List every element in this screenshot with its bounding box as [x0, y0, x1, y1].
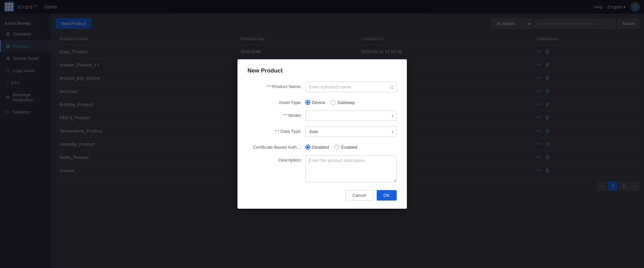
cancel-button[interactable]: Cancel: [345, 190, 373, 201]
asset-type-control: Device Gateway: [305, 98, 397, 105]
asset-type-row: Asset Type: Device Gateway: [248, 98, 397, 105]
cert-enabled-option[interactable]: Enabled: [334, 145, 357, 150]
model-control: ▾: [305, 110, 397, 121]
device-radio[interactable]: [305, 100, 310, 105]
modal-title: New Product: [248, 67, 397, 74]
cert-disabled-option[interactable]: Disabled: [305, 145, 329, 150]
product-name-label: ** Product Name:: [248, 82, 305, 89]
cert-auth-row: Certificate-Based Auth...: Disabled Enab…: [248, 142, 397, 150]
description-control: [305, 155, 397, 183]
description-label: Description:: [248, 155, 305, 163]
device-label: Device: [312, 100, 326, 105]
data-type-select[interactable]: Json: [305, 126, 397, 137]
required-star: *: [275, 129, 277, 134]
modal-footer: Cancel OK: [248, 190, 397, 201]
cert-disabled-radio[interactable]: [305, 145, 310, 150]
description-textarea[interactable]: [305, 155, 397, 182]
product-name-input[interactable]: [305, 82, 397, 92]
cert-auth-control: Disabled Enabled: [305, 142, 397, 150]
cert-disabled-label: Disabled: [312, 145, 329, 150]
required-star: *: [267, 84, 269, 89]
asset-type-gateway-option[interactable]: Gateway: [331, 100, 355, 105]
product-name-row: ** Product Name: ⊡: [248, 82, 397, 92]
data-type-label: ** Data Type:: [248, 126, 305, 134]
gateway-label: Gateway: [337, 100, 355, 105]
data-type-control: Json ▾: [305, 126, 397, 137]
cert-enabled-radio[interactable]: [334, 145, 339, 150]
cert-enabled-label: Enabled: [341, 145, 357, 150]
model-select[interactable]: [305, 110, 397, 121]
cert-auth-label: Certificate-Based Auth...:: [248, 142, 305, 150]
modal-overlay: New Product ** Product Name: ⊡ Asset Typ…: [0, 0, 644, 268]
ok-button[interactable]: OK: [377, 190, 397, 201]
data-type-row: ** Data Type: Json ▾: [248, 126, 397, 137]
model-label: ** Model:: [248, 110, 305, 118]
required-star: *: [283, 113, 285, 118]
description-row: Description:: [248, 155, 397, 183]
product-name-control: ⊡: [305, 82, 397, 92]
gateway-radio[interactable]: [331, 100, 336, 105]
model-row: ** Model: ▾: [248, 110, 397, 121]
asset-type-label: Asset Type:: [248, 98, 305, 105]
asset-type-device-option[interactable]: Device: [305, 100, 326, 105]
new-product-modal: New Product ** Product Name: ⊡ Asset Typ…: [237, 59, 407, 209]
scan-icon: ⊡: [390, 84, 394, 90]
